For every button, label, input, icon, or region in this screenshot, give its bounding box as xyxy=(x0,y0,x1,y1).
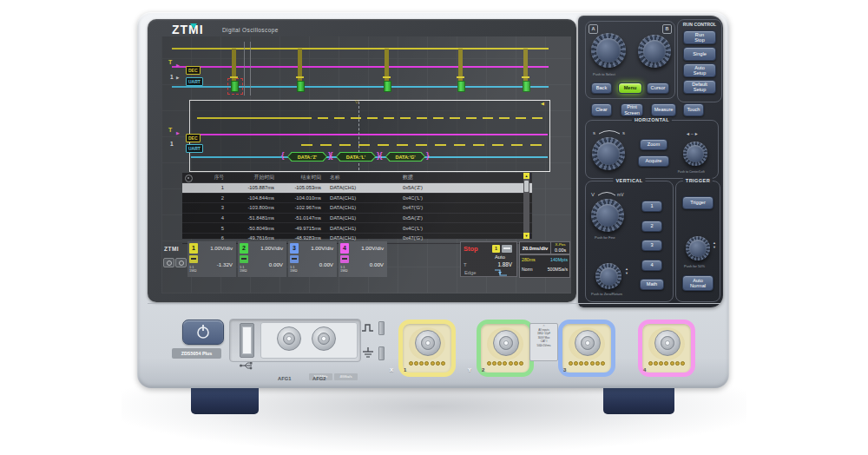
uart-data-pulse xyxy=(457,81,465,92)
touch-gesture-icon[interactable] xyxy=(163,258,174,267)
cursor-button[interactable]: Cursor xyxy=(647,82,669,94)
vertical-scale-knob[interactable] xyxy=(591,199,624,232)
vertical-section: VERTICAL V mV Push for Fine 1234Math ▲▼ … xyxy=(585,181,674,302)
table-cell: 0x47('G') xyxy=(399,205,532,210)
probe-comp-terminal[interactable] xyxy=(378,321,385,335)
trigger-level-knob[interactable] xyxy=(686,236,710,260)
contact-dot xyxy=(519,361,523,366)
zoom-button[interactable]: Zoom xyxy=(640,139,667,150)
table-row[interactable]: 4-51.8481ms-51.0147msDATA(CH1)0x5A('Z') xyxy=(182,214,532,224)
squarewave-icon xyxy=(361,322,375,333)
table-row[interactable]: 2-104.844ms-104.010msDATA(CH1)0x4C('L') xyxy=(182,194,532,204)
afg2-connector[interactable] xyxy=(312,326,336,351)
screen[interactable]: T ▶ DEC 1 ▶ UART ▽ ◀ {DATA:'Z'}{DATA:'L'… xyxy=(161,36,571,293)
multipurpose-knob-group: A B Push to Select BackMenuCursor xyxy=(585,21,675,99)
channel1-marker[interactable]: 1 xyxy=(170,74,174,80)
trigger-status-block[interactable]: Stop 1 Auto T 1.88V Edge xyxy=(460,241,517,277)
trigger-marker[interactable]: T xyxy=(168,59,172,65)
vpos-arrows-icon: ▲▼ xyxy=(625,267,628,275)
probe-sense-contacts xyxy=(409,361,445,366)
column-header: 名称 xyxy=(326,174,399,181)
contact-dot xyxy=(441,361,445,366)
zoom-region-line xyxy=(244,42,245,96)
multipurpose-knob-b[interactable] xyxy=(638,35,671,68)
probe-sense-contacts xyxy=(487,361,523,366)
clear-button[interactable]: Clear xyxy=(591,103,612,116)
math-button[interactable]: Math xyxy=(640,279,664,290)
table-cell: 2 xyxy=(194,195,229,201)
touch-button[interactable]: Touch xyxy=(683,103,704,116)
channel-status-block[interactable]: 41.00V/div0.00V1:1 1MΩ xyxy=(339,241,387,277)
measure-button[interactable]: Measure xyxy=(651,103,676,116)
sample-rate: 500MSa/s xyxy=(548,267,568,272)
single-button[interactable]: Single xyxy=(683,47,716,61)
timebase-knob[interactable] xyxy=(592,137,625,170)
table-row[interactable]: 1-105.887ms-105.053msDATA(CH1)0x5A('Z') xyxy=(182,183,532,194)
table-cell: 0x4C('L') xyxy=(399,226,532,231)
acquisition-info-box: 280ms 140Mpts Norm 500MSa/s xyxy=(519,254,570,278)
decode-brace-icon: } xyxy=(426,151,430,161)
table-cell: -51.0147ms xyxy=(279,215,326,221)
run-stop-button[interactable]: Run Stop xyxy=(683,30,716,44)
decode-table[interactable]: 序号开始时间结束时间名称数据 1-105.887ms-105.053msDATA… xyxy=(182,173,532,239)
channel-3-button[interactable]: 3 xyxy=(641,240,662,251)
auto-setup-button[interactable]: Auto Setup xyxy=(683,63,716,77)
afg1-connector[interactable] xyxy=(277,326,301,351)
channel-4-bnc[interactable] xyxy=(638,320,695,377)
svg-text:s: s xyxy=(593,130,595,135)
zoom-uart-bus-tag: UART xyxy=(186,144,203,153)
column-header: 开始时间 xyxy=(229,174,279,181)
power-button[interactable] xyxy=(182,320,224,345)
scroll-thumb[interactable] xyxy=(524,181,529,192)
vertical-position-knob[interactable] xyxy=(595,263,621,289)
dec-bus-tag[interactable]: DEC xyxy=(186,66,201,75)
acquire-button[interactable]: Acquire xyxy=(638,155,669,167)
channel-1-bnc[interactable] xyxy=(398,320,456,377)
scroll-down-icon[interactable]: ▼ xyxy=(523,233,529,239)
table-row[interactable]: 3-103.800ms-102.967msDATA(CH1)0x47('G') xyxy=(182,203,532,214)
ground-terminal[interactable] xyxy=(378,346,385,360)
print-screen-button[interactable]: Print Screen xyxy=(621,103,643,116)
table-cell: 0x4C('L') xyxy=(399,195,532,201)
channel-scale: 1.00V/div xyxy=(210,245,233,251)
menu-button[interactable]: Menu xyxy=(618,82,642,94)
contact-dot xyxy=(579,361,583,366)
spec-badge: 4GSa/s xyxy=(334,373,358,380)
multipurpose-knob-a[interactable] xyxy=(591,33,626,68)
table-row[interactable]: 5-50.8049ms-49.9715msDATA(CH1)0x4C('L') xyxy=(182,223,532,234)
channel-4-button[interactable]: 4 xyxy=(641,260,662,271)
timebase-value[interactable]: 20.0ms/div xyxy=(519,241,551,254)
channel-number-badge: 2 xyxy=(240,243,248,254)
horizontal-position-knob[interactable] xyxy=(683,142,707,166)
channel-2-bnc[interactable] xyxy=(477,320,534,377)
table-cell: -50.8049ms xyxy=(229,226,279,231)
analog-trace xyxy=(172,66,549,68)
timebase-status-block[interactable]: 20.0ms/div X-Pos 0.00s 280ms 140Mpts Nor… xyxy=(519,241,569,277)
channel-status-block[interactable]: 11.00V/div-1.32V1:1 1MΩ xyxy=(187,241,236,277)
acquisition-state[interactable]: Stop xyxy=(464,245,478,253)
channel-3-bnc[interactable] xyxy=(558,320,615,377)
horizontal-title: HORIZONTAL xyxy=(632,117,672,122)
brand-logo: ZTMI xyxy=(172,23,204,36)
back-button[interactable]: Back xyxy=(591,82,612,94)
channel-status-block[interactable]: 21.00V/div0.00V1:1 1MΩ xyxy=(238,241,286,277)
usb-port[interactable] xyxy=(240,323,254,358)
table-scrollbar[interactable]: ▲ ▼ xyxy=(523,173,529,239)
channel-2-button[interactable]: 2 xyxy=(641,221,662,232)
probe-badge-icon xyxy=(240,255,248,263)
table-cell: DATA(CH1) xyxy=(326,226,399,231)
scroll-up-icon[interactable]: ▲ xyxy=(523,173,529,179)
channel-1-button[interactable]: 1 xyxy=(641,201,662,212)
contact-dot xyxy=(431,361,435,366)
uart-bus-tag[interactable]: UART xyxy=(186,77,203,86)
trigger-position-icon[interactable]: ▽ xyxy=(355,99,358,104)
touch-drag-icon[interactable] xyxy=(175,258,187,267)
trigger-menu-button[interactable]: Trigger xyxy=(682,196,713,209)
touch-hand-icon xyxy=(185,175,193,182)
auto-normal-button[interactable]: Auto Normal xyxy=(682,275,713,291)
probe-badge-icon xyxy=(290,255,299,263)
zoom-trigger-marker: T xyxy=(168,127,172,133)
channel-number-badge: 3 xyxy=(290,243,299,254)
channel-status-block[interactable]: 31.00V/div0.00V1:1 1MΩ xyxy=(288,241,337,277)
default-setup-button[interactable]: Default Setup xyxy=(683,80,716,94)
